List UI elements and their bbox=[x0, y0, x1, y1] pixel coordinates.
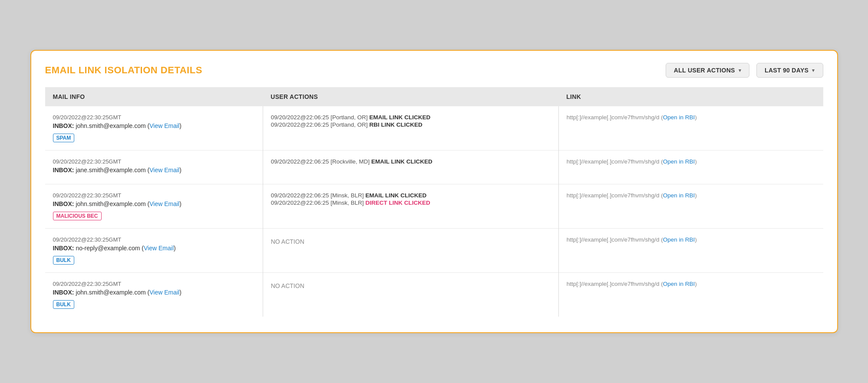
user-actions-cell: 09/20/2022@22:06:25 [Portland, OR] EMAIL… bbox=[263, 106, 558, 151]
mail-tag: MALICIOUS BEC bbox=[53, 212, 102, 220]
no-action: NO ACTION bbox=[271, 281, 551, 289]
link-cell: http[:]//example[.]com/e7fhvm/shg/d (Ope… bbox=[558, 229, 823, 273]
inbox-label: INBOX: bbox=[53, 289, 74, 296]
action-line: 09/20/2022@22:06:25 [Minsk, BLR] EMAIL L… bbox=[271, 192, 551, 199]
table-row: 09/20/2022@22:30:25GMTINBOX: john.smith@… bbox=[45, 106, 823, 151]
mail-datetime: 09/20/2022@22:30:25GMT bbox=[53, 158, 255, 165]
mail-datetime: 09/20/2022@22:30:25GMT bbox=[53, 114, 255, 121]
mail-info-cell: 09/20/2022@22:30:25GMTINBOX: john.smith@… bbox=[45, 184, 263, 229]
view-email-link[interactable]: View Email bbox=[149, 200, 179, 207]
view-email-link[interactable]: View Email bbox=[149, 122, 179, 129]
mail-inbox: INBOX: jane.smith@example.com (View Emai… bbox=[53, 167, 255, 173]
table-header: MAIL INFO USER ACTIONS LINK bbox=[45, 87, 823, 106]
no-action: NO ACTION bbox=[271, 236, 551, 245]
action-line: 09/20/2022@22:06:25 [Portland, OR] EMAIL… bbox=[271, 114, 551, 121]
mail-tag: BULK bbox=[53, 300, 74, 309]
user-actions-cell: 09/20/2022@22:06:25 [Rockville, MD] EMAI… bbox=[263, 151, 558, 184]
user-actions-cell: 09/20/2022@22:06:25 [Minsk, BLR] EMAIL L… bbox=[263, 184, 558, 229]
action-text: DIRECT LINK CLICKED bbox=[366, 200, 430, 206]
date-range-label: LAST 90 DAYS bbox=[765, 67, 809, 74]
action-line: 09/20/2022@22:06:25 [Portland, OR] RBI L… bbox=[271, 121, 551, 128]
date-range-chevron: ▾ bbox=[812, 68, 815, 73]
action-text: RBI LINK CLICKED bbox=[370, 121, 422, 128]
col-mail-info: MAIL INFO bbox=[45, 87, 263, 106]
mail-info-cell: 09/20/2022@22:30:25GMTINBOX: jane.smith@… bbox=[45, 151, 263, 184]
user-actions-chevron: ▾ bbox=[739, 68, 741, 73]
mail-inbox: INBOX: john.smith@example.com (View Emai… bbox=[53, 122, 255, 129]
main-card: EMAIL LINK ISOLATION DETAILS ALL USER AC… bbox=[30, 50, 838, 333]
col-link: LINK bbox=[558, 87, 823, 106]
mail-datetime: 09/20/2022@22:30:25GMT bbox=[53, 192, 255, 199]
inbox-label: INBOX: bbox=[53, 167, 74, 173]
view-email-link[interactable]: View Email bbox=[144, 245, 174, 252]
isolation-table: MAIL INFO USER ACTIONS LINK 09/20/2022@2… bbox=[45, 87, 823, 317]
action-line: 09/20/2022@22:06:25 [Rockville, MD] EMAI… bbox=[271, 158, 551, 165]
action-text: EMAIL LINK CLICKED bbox=[366, 192, 427, 199]
mail-datetime: 09/20/2022@22:30:25GMT bbox=[53, 236, 255, 243]
mail-info-cell: 09/20/2022@22:30:25GMTINBOX: no-reply@ex… bbox=[45, 229, 263, 273]
mail-info-cell: 09/20/2022@22:30:25GMTINBOX: john.smith@… bbox=[45, 273, 263, 317]
mail-datetime: 09/20/2022@22:30:25GMT bbox=[53, 281, 255, 287]
link-cell: http[:]//example[.]com/e7fhvm/shg/d (Ope… bbox=[558, 151, 823, 184]
view-email-link[interactable]: View Email bbox=[149, 289, 179, 296]
header-controls: ALL USER ACTIONS ▾ LAST 90 DAYS ▾ bbox=[666, 63, 823, 78]
link-cell: http[:]//example[.]com/e7fhvm/shg/d (Ope… bbox=[558, 184, 823, 229]
mail-inbox: INBOX: john.smith@example.com (View Emai… bbox=[53, 289, 255, 296]
table-body: 09/20/2022@22:30:25GMTINBOX: john.smith@… bbox=[45, 106, 823, 317]
link-cell: http[:]//example[.]com/e7fhvm/shg/d (Ope… bbox=[558, 273, 823, 317]
table-row: 09/20/2022@22:30:25GMTINBOX: john.smith@… bbox=[45, 273, 823, 317]
action-line: 09/20/2022@22:06:25 [Minsk, BLR] DIRECT … bbox=[271, 200, 551, 206]
mail-tag: BULK bbox=[53, 256, 74, 265]
col-user-actions: USER ACTIONS bbox=[263, 87, 558, 106]
date-range-dropdown[interactable]: LAST 90 DAYS ▾ bbox=[756, 63, 823, 78]
link-cell: http[:]//example[.]com/e7fhvm/shg/d (Ope… bbox=[558, 106, 823, 151]
mail-info-cell: 09/20/2022@22:30:25GMTINBOX: john.smith@… bbox=[45, 106, 263, 151]
inbox-label: INBOX: bbox=[53, 122, 74, 129]
mail-inbox: INBOX: john.smith@example.com (View Emai… bbox=[53, 200, 255, 207]
page-title: EMAIL LINK ISOLATION DETAILS bbox=[45, 65, 202, 76]
inbox-label: INBOX: bbox=[53, 200, 74, 207]
view-email-link[interactable]: View Email bbox=[149, 167, 179, 173]
table-row: 09/20/2022@22:30:25GMTINBOX: john.smith@… bbox=[45, 184, 823, 229]
inbox-label: INBOX: bbox=[53, 245, 74, 252]
user-actions-cell: NO ACTION bbox=[263, 273, 558, 317]
mail-inbox: INBOX: no-reply@example.com (View Email) bbox=[53, 245, 255, 252]
table-row: 09/20/2022@22:30:25GMTINBOX: no-reply@ex… bbox=[45, 229, 823, 273]
user-actions-dropdown[interactable]: ALL USER ACTIONS ▾ bbox=[666, 63, 749, 78]
user-actions-cell: NO ACTION bbox=[263, 229, 558, 273]
user-actions-label: ALL USER ACTIONS bbox=[674, 67, 735, 74]
table-row: 09/20/2022@22:30:25GMTINBOX: jane.smith@… bbox=[45, 151, 823, 184]
open-in-rbi-link[interactable]: Open in RBI bbox=[663, 281, 695, 287]
mail-tag: SPAM bbox=[53, 134, 75, 142]
open-in-rbi-link[interactable]: Open in RBI bbox=[663, 236, 695, 243]
open-in-rbi-link[interactable]: Open in RBI bbox=[663, 158, 695, 165]
open-in-rbi-link[interactable]: Open in RBI bbox=[663, 192, 695, 199]
action-text: EMAIL LINK CLICKED bbox=[371, 158, 432, 165]
header: EMAIL LINK ISOLATION DETAILS ALL USER AC… bbox=[45, 63, 823, 78]
action-text: EMAIL LINK CLICKED bbox=[370, 114, 431, 121]
open-in-rbi-link[interactable]: Open in RBI bbox=[663, 114, 695, 121]
